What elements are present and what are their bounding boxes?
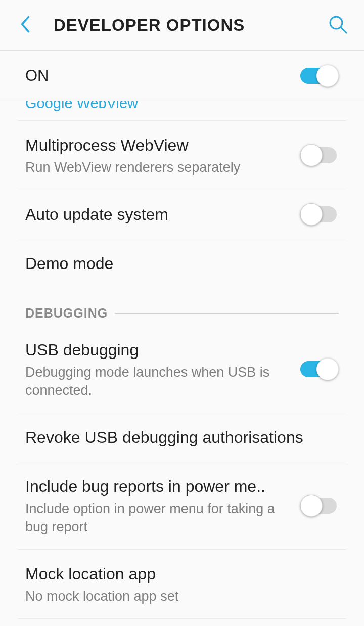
- master-toggle-label: ON: [25, 67, 300, 85]
- chevron-left-icon: [20, 16, 31, 35]
- bug-reports-sub: Include option in power menu for taking …: [25, 500, 300, 536]
- search-icon: [328, 14, 348, 36]
- multiprocess-webview-title: Multiprocess WebView: [25, 134, 300, 156]
- auto-update-title: Auto update system: [25, 203, 300, 226]
- multiprocess-webview-toggle[interactable]: [300, 144, 339, 166]
- master-toggle-row[interactable]: ON: [0, 51, 364, 101]
- bug-reports-row[interactable]: Include bug reports in power me.. Includ…: [0, 462, 364, 549]
- revoke-usb-auth-row[interactable]: Revoke USB debugging authorisations: [0, 413, 364, 462]
- mock-location-sub: No mock location app set: [25, 587, 339, 605]
- search-button[interactable]: [327, 14, 349, 36]
- back-button[interactable]: [20, 16, 38, 35]
- settings-list: Google WebView Multiprocess WebView Run …: [0, 101, 364, 626]
- section-debugging-title: DEBUGGING: [25, 306, 115, 321]
- master-toggle[interactable]: [300, 65, 339, 87]
- mock-location-title: Mock location app: [25, 563, 339, 585]
- svg-line-1: [341, 27, 346, 33]
- usb-debugging-title: USB debugging: [25, 339, 300, 361]
- demo-mode-title: Demo mode: [25, 252, 339, 275]
- revoke-usb-auth-title: Revoke USB debugging authorisations: [25, 426, 339, 449]
- multiprocess-webview-row[interactable]: Multiprocess WebView Run WebView rendere…: [0, 121, 364, 190]
- section-debugging: DEBUGGING: [0, 288, 364, 326]
- usb-debugging-sub: Debugging mode launches when USB is conn…: [25, 363, 300, 399]
- auto-update-row[interactable]: Auto update system: [0, 190, 364, 239]
- webview-impl-value: Google WebView: [25, 101, 138, 105]
- multiprocess-webview-sub: Run WebView renderers separately: [25, 158, 300, 176]
- usb-debugging-row[interactable]: USB debugging Debugging mode launches wh…: [0, 326, 364, 413]
- page-title: DEVELOPER OPTIONS: [38, 16, 327, 35]
- bug-reports-toggle[interactable]: [300, 495, 339, 517]
- webview-impl-row-partial[interactable]: Google WebView: [0, 101, 364, 120]
- section-line: [115, 313, 339, 314]
- usb-debugging-toggle[interactable]: [300, 358, 339, 380]
- mock-location-row[interactable]: Mock location app No mock location app s…: [0, 550, 364, 618]
- bug-reports-title: Include bug reports in power me..: [25, 475, 268, 498]
- demo-mode-row[interactable]: Demo mode: [0, 239, 364, 288]
- auto-update-toggle[interactable]: [300, 203, 339, 226]
- divider: [18, 618, 346, 619]
- app-bar: DEVELOPER OPTIONS: [0, 0, 364, 51]
